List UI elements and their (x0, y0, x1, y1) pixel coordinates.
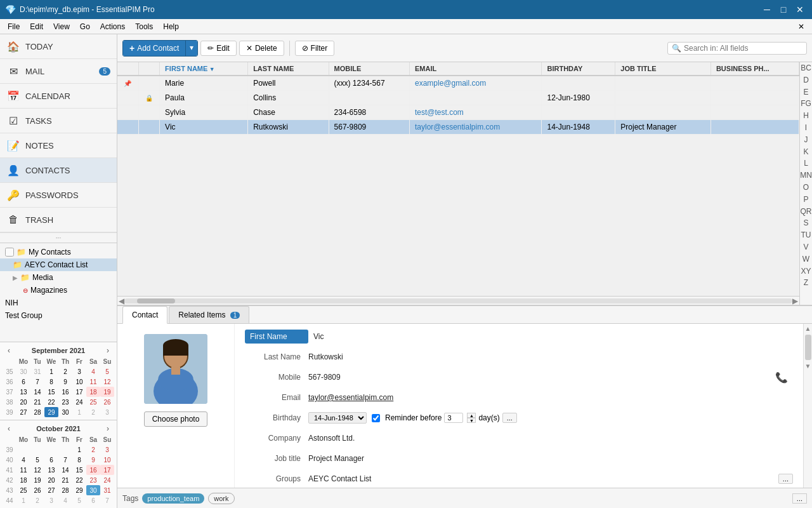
tree-item-media[interactable]: ▶ 📁 Media (0, 271, 117, 284)
edit-button[interactable]: ✏ Edit (200, 41, 237, 56)
tree-item-nih[interactable]: NIH (0, 297, 117, 309)
cal-day[interactable]: 1 (44, 366, 58, 377)
sidebar-item-tasks[interactable]: ☑ TASKS (0, 109, 117, 133)
menu-actions[interactable]: Actions (95, 21, 130, 32)
cal-day[interactable]: 9 (86, 455, 100, 465)
cal-day[interactable]: 29 (72, 485, 86, 495)
alpha-i[interactable]: I (804, 122, 808, 134)
cal-day[interactable]: 16 (58, 387, 72, 397)
cal-day[interactable]: 3 (100, 407, 114, 417)
cal-day[interactable]: 11 (16, 465, 30, 475)
alpha-h[interactable]: H (802, 110, 810, 122)
delete-button[interactable]: ✕ Delete (239, 41, 284, 56)
alpha-bc[interactable]: BC (799, 62, 812, 74)
col-birthday[interactable]: BIRTHDAY (542, 62, 615, 76)
spin-up[interactable]: ▲ (467, 413, 476, 418)
scroll-right-arrow[interactable]: ▶ (792, 297, 798, 305)
search-input[interactable] (684, 44, 802, 53)
table-row[interactable]: 📌 Marie Powell (xxx) 1234-567 example@gm… (117, 76, 799, 91)
cal-day[interactable]: 30 (16, 366, 30, 377)
cal-day[interactable]: 14 (30, 387, 44, 397)
cal-day[interactable]: 15 (72, 465, 86, 475)
tree-item-my-contacts[interactable]: 📁 My Contacts (0, 246, 117, 258)
close-button[interactable]: ✕ (793, 3, 807, 17)
scroll-thumb[interactable] (805, 335, 811, 360)
sidebar-item-passwords[interactable]: 🔑 PASSWORDS (0, 183, 117, 208)
alpha-qr[interactable]: QR (799, 206, 812, 218)
cal-day[interactable]: 25 (86, 397, 100, 407)
oct-next-btn[interactable]: › (104, 424, 112, 433)
cal-day[interactable]: 26 (100, 397, 114, 407)
cal-day[interactable] (16, 444, 30, 455)
cal-day[interactable]: 20 (44, 475, 58, 485)
cal-day[interactable]: 31 (30, 366, 44, 377)
cal-day[interactable]: 9 (58, 377, 72, 387)
alpha-e[interactable]: E (802, 86, 809, 98)
cal-day[interactable]: 6 (86, 495, 100, 505)
cal-day[interactable]: 15 (44, 387, 58, 397)
sidebar-item-calendar[interactable]: 📅 CALENDAR (0, 84, 117, 109)
cal-day[interactable]: 2 (58, 366, 72, 377)
email-link[interactable]: taylor@essentialpim.com (415, 123, 500, 131)
birthday-more-button[interactable]: ... (502, 413, 517, 423)
alpha-mn[interactable]: MN (799, 170, 812, 182)
scroll-up-arrow[interactable]: ▲ (804, 324, 812, 333)
cal-day[interactable]: 10 (100, 455, 114, 465)
col-businessphone[interactable]: BUSINESS PH... (710, 62, 799, 76)
cal-day[interactable]: 28 (58, 485, 72, 495)
birthday-select[interactable]: 14-Jun-1948 (308, 412, 367, 424)
sep-next-btn[interactable]: › (104, 346, 112, 355)
cal-day[interactable]: 6 (16, 377, 30, 387)
reminder-days-input[interactable] (444, 413, 463, 423)
cal-day[interactable]: 7 (58, 455, 72, 465)
cal-day[interactable] (58, 444, 72, 455)
cal-day[interactable]: 14 (58, 465, 72, 475)
alpha-s[interactable]: S (802, 217, 809, 229)
cal-day[interactable]: 6 (44, 455, 58, 465)
cal-day[interactable]: 27 (44, 485, 58, 495)
table-row[interactable]: Sylvia Chase 234-6598 test@test.com (117, 105, 799, 120)
cal-day[interactable]: 21 (58, 475, 72, 485)
cal-day[interactable]: 7 (30, 377, 44, 387)
cal-day[interactable]: 23 (86, 475, 100, 485)
table-row[interactable]: 🔒 Paula Collins 12-Jun-1980 (117, 91, 799, 105)
cal-day[interactable]: 26 (30, 485, 44, 495)
cal-day[interactable]: 22 (44, 397, 58, 407)
cal-day[interactable] (44, 444, 58, 455)
email-link[interactable]: test@test.com (415, 108, 464, 117)
table-row-selected[interactable]: Vic Rutkowski 567-9809 taylor@essentialp… (117, 120, 799, 135)
add-contact-dropdown-arrow[interactable]: ▾ (185, 41, 197, 56)
alpha-z[interactable]: Z (802, 277, 809, 289)
col-email[interactable]: EMAIL (409, 62, 542, 76)
tab-contact[interactable]: Contact (122, 306, 167, 324)
maximize-button[interactable]: □ (776, 3, 790, 17)
cal-day[interactable]: 24 (72, 397, 86, 407)
email-value[interactable]: taylor@essentialpim.com (308, 393, 393, 402)
sidebar-item-trash[interactable]: 🗑 TRASH (0, 208, 117, 232)
cal-day[interactable]: 5 (100, 366, 114, 377)
reminder-checkbox[interactable] (372, 414, 380, 422)
alpha-p[interactable]: P (802, 194, 809, 206)
cal-day[interactable]: 1 (72, 407, 86, 417)
tree-item-magazines[interactable]: ⊖ Magazines (0, 284, 117, 297)
cal-day[interactable]: 12 (100, 377, 114, 387)
scroll-left-arrow[interactable]: ◀ (119, 297, 124, 305)
alpha-v[interactable]: V (802, 241, 809, 253)
menu-view[interactable]: View (48, 21, 75, 32)
sidebar-item-contacts[interactable]: 👤 CONTACTS (0, 158, 117, 183)
col-jobtitle[interactable]: JOB TITLE (615, 62, 711, 76)
cal-day[interactable]: 12 (30, 465, 44, 475)
alpha-j[interactable]: J (803, 134, 809, 146)
col-lastname[interactable]: LAST NAME (248, 62, 329, 76)
menu-tools[interactable]: Tools (130, 21, 158, 32)
cal-day[interactable]: 3 (44, 495, 58, 505)
cal-day[interactable]: 18 (16, 475, 30, 485)
cal-day[interactable]: 7 (100, 495, 114, 505)
alpha-d[interactable]: D (802, 74, 810, 86)
cal-day[interactable]: 8 (44, 377, 58, 387)
cal-day[interactable]: 1 (16, 495, 30, 505)
minimize-button[interactable]: ─ (760, 3, 774, 17)
alpha-k[interactable]: K (802, 146, 809, 158)
col-mobile[interactable]: MOBILE (329, 62, 409, 76)
tree-item-test-group[interactable]: Test Group (0, 309, 117, 322)
